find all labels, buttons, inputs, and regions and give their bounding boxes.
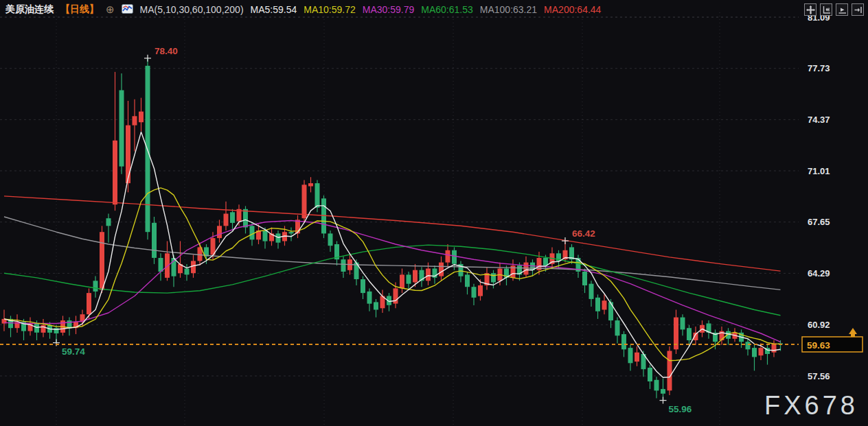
y-axis-tick-label: 60.92: [808, 320, 830, 330]
auto-scale-button[interactable]: [836, 3, 848, 16]
candle-down: [34, 324, 39, 333]
candle-down: [106, 218, 111, 226]
symbol-title: 美原油连续: [5, 3, 54, 16]
candle-down: [361, 279, 365, 293]
y-axis-tick-label: 74.37: [808, 115, 830, 125]
candle-down: [687, 328, 692, 340]
candle-down: [582, 272, 587, 285]
candle-up: [400, 274, 404, 288]
ma-settings-label: MA(5,10,30,60,100,200): [140, 4, 244, 15]
candle-down: [341, 259, 346, 272]
y-axis-tick-label: 71.01: [808, 166, 830, 176]
candle-up: [439, 263, 444, 276]
extreme-cross-marker: [53, 340, 60, 346]
candle-down: [746, 342, 751, 349]
candle-up: [308, 183, 313, 186]
candle-down: [250, 226, 255, 239]
current-price-value: 59.63: [807, 340, 830, 351]
candle-down: [367, 292, 372, 304]
ma10-value: MA10:59.72: [304, 4, 356, 15]
candle-up: [602, 300, 607, 309]
watermark: FX678: [764, 391, 858, 421]
candle-down: [608, 302, 613, 320]
candle-up: [165, 253, 170, 278]
candle-up: [635, 353, 639, 362]
chart-header: 美原油连续 【日线】 ⊕ MA(5,10,30,60,100,200) MA5:…: [0, 0, 868, 18]
axis-scale-left-icon: [822, 5, 831, 14]
candle-down: [752, 348, 757, 357]
candle-down: [661, 389, 665, 394]
timeframe-label[interactable]: 【日线】: [60, 3, 99, 16]
y-axis-tick-label: 67.65: [808, 217, 830, 227]
candle-up: [87, 293, 91, 314]
ma30-line: [4, 221, 781, 342]
ma5-value: MA5:59.54: [251, 4, 297, 15]
candle-down: [93, 281, 98, 292]
candle-down: [230, 212, 235, 223]
candle-down: [472, 287, 477, 298]
price-up-arrow-icon: [849, 328, 857, 334]
move-icon: [806, 5, 815, 14]
candle-up: [393, 288, 398, 303]
candle-down: [407, 274, 411, 283]
candle-down: [621, 334, 626, 349]
candle-down: [648, 368, 652, 381]
candle-up: [113, 141, 117, 204]
current-price-layer: 59.63: [0, 328, 863, 352]
candle-down: [67, 320, 72, 328]
y-axis-scale-button[interactable]: [820, 3, 832, 16]
y-axis-tick-label: 64.29: [808, 268, 830, 279]
candle-up: [224, 214, 229, 226]
candle-down: [465, 274, 470, 287]
candle-up: [413, 270, 418, 283]
extreme-price-label: 78.40: [155, 46, 178, 56]
candle-up: [191, 261, 196, 273]
candle-down: [159, 258, 163, 272]
extreme-cross-marker: [562, 237, 569, 244]
candle-down: [152, 223, 157, 258]
candle-up: [41, 325, 46, 333]
candle-down: [315, 183, 320, 208]
candle-up: [426, 269, 431, 281]
y-axis-tick-label: 77.73: [808, 63, 830, 73]
candle-down: [185, 269, 190, 275]
candle-up: [478, 285, 483, 296]
candle-down: [543, 258, 548, 265]
candle-down: [374, 302, 378, 309]
y-axis-tick-label: 57.56: [808, 371, 830, 381]
ma200-value: MA200:64.44: [544, 4, 601, 15]
candle-down: [289, 232, 294, 233]
candle-down: [119, 91, 124, 167]
candle-down: [589, 284, 594, 299]
candle-up: [139, 112, 144, 123]
candle-down: [615, 320, 620, 335]
candle-up: [126, 126, 130, 184]
go-to-latest-button[interactable]: [852, 3, 864, 16]
ma200-line: [4, 196, 781, 271]
y-axis-labels: 81.0977.7374.3771.0167.6564.2960.9257.56: [808, 12, 830, 381]
candlestick-chart[interactable]: 78.4059.7466.4255.9681.0977.7374.3771.01…: [0, 0, 868, 426]
candle-down: [276, 233, 281, 242]
candle-down: [681, 318, 685, 330]
extreme-price-label: 66.42: [572, 228, 595, 239]
ma-lines-layer: [4, 132, 781, 377]
candle-up: [133, 116, 137, 125]
move-tool-button[interactable]: [804, 3, 816, 16]
candle-up: [217, 226, 222, 238]
candle-down: [452, 250, 457, 264]
candle-up: [302, 185, 307, 218]
candle-down: [328, 233, 333, 246]
candle-down: [491, 273, 496, 282]
candle-up: [446, 250, 450, 263]
expand-icon[interactable]: ⊕: [106, 5, 115, 14]
candle-down: [243, 209, 248, 228]
chart-window: 78.4059.7466.4255.9681.0977.7374.3771.01…: [0, 0, 868, 426]
candle-down: [595, 298, 600, 311]
candle-down: [654, 380, 659, 391]
candles-layer: [2, 58, 784, 401]
extreme-price-label: 55.96: [669, 404, 692, 414]
ma100-value: MA100:63.21: [480, 4, 537, 15]
candle-up: [100, 232, 104, 290]
extreme-cross-marker: [660, 397, 667, 404]
ma5-line: [4, 132, 781, 377]
